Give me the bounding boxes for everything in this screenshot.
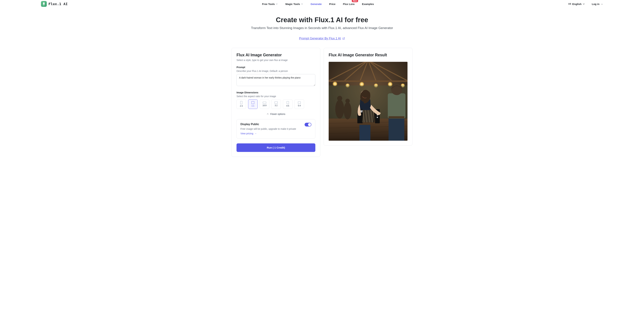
dimensions-label: Image Dimensions	[236, 91, 315, 94]
generator-hint: Select a style, type to get your own flu…	[236, 59, 315, 62]
prompt-generator-label: Prompt Generator By Flux.1 AI	[299, 37, 341, 40]
topbar: Flux.1 AI Free Tools Magic Tools Generat…	[0, 0, 644, 11]
nav-generate[interactable]: Generate	[310, 2, 322, 6]
run-button[interactable]: Run ( 1 Credit)	[236, 144, 315, 152]
nav-free-tools[interactable]: Free Tools	[262, 2, 278, 6]
language-prefix: US	[568, 3, 571, 5]
prompt-section: Prompt Describe your Flux.1 AI image, De…	[236, 66, 315, 87]
ratio-label: 5:4	[298, 104, 301, 107]
svg-point-20	[335, 100, 344, 119]
ratio-shape-icon	[287, 101, 289, 104]
svg-rect-28	[388, 116, 404, 118]
login-button[interactable]: Log in →	[592, 2, 603, 6]
page-subtitle: Transform Text into Stunning Images in S…	[232, 26, 412, 30]
nav-free-tools-label: Free Tools	[262, 2, 275, 6]
language-label: English	[572, 2, 582, 6]
svg-point-49	[377, 117, 378, 118]
display-public-desc: Free Usage will be public, upgrade to ma…	[240, 128, 312, 130]
login-label: Log in	[592, 2, 600, 6]
aspect-ratio-3-2[interactable]: 3:2	[271, 99, 281, 109]
ratio-label: 16:9	[262, 104, 266, 107]
result-panel: Flux AI Image Generator Result	[324, 48, 412, 146]
brand-name: Flux.1 AI	[48, 2, 68, 6]
dimensions-section: Image Dimensions Select the aspect ratio…	[236, 91, 315, 109]
chevron-down-icon	[301, 3, 303, 5]
arrow-right-icon: →	[600, 2, 603, 6]
generator-title: Flux AI Image Generator	[236, 53, 315, 57]
ratio-label: 4:5	[286, 105, 289, 107]
panels: Flux AI Image Generator Select a style, …	[0, 44, 644, 161]
display-public-title: Display Public	[240, 123, 312, 126]
page-title: Create with Flux.1 AI for free	[232, 16, 412, 24]
brand[interactable]: Flux.1 AI	[41, 1, 68, 7]
external-link-icon	[342, 37, 345, 40]
svg-point-21	[337, 96, 342, 101]
ratio-shape-icon	[252, 101, 254, 104]
ratio-label: 1:1	[252, 105, 254, 107]
chevron-down-icon	[582, 3, 585, 5]
prompt-label: Prompt	[236, 66, 315, 68]
svg-point-23	[346, 99, 350, 103]
prompt-sublabel: Describe your Flux.1 AI image, Default: …	[236, 70, 315, 72]
nav-magic-tools-label: Magic Tools	[285, 2, 300, 6]
arrow-right-icon: →	[254, 132, 257, 135]
hero: Create with Flux.1 AI for free Transform…	[228, 16, 416, 40]
nav-flux-lora-label: Flux Lora	[343, 2, 354, 6]
result-image	[329, 62, 408, 141]
language-selector[interactable]: US English	[568, 2, 585, 6]
result-title: Flux AI Image Generator Result	[329, 53, 408, 57]
generator-panel: Flux AI Image Generator Select a style, …	[232, 48, 320, 157]
dimensions-sublabel: Select the aspect ratio for your image	[236, 95, 315, 98]
aspect-ratio-16-9[interactable]: 16:9	[260, 99, 269, 109]
aspect-ratio-4-5[interactable]: 4:5	[283, 99, 292, 109]
ratio-shape-icon	[240, 101, 242, 104]
main-nav: Free Tools Magic Tools Generate Price Fl…	[262, 2, 374, 6]
ratio-shape-icon	[263, 102, 266, 104]
aspect-ratio-2-3[interactable]: 2:3	[236, 99, 246, 109]
aspect-ratio-5-4[interactable]: 5:4	[294, 99, 304, 109]
badge-new: New	[352, 0, 358, 2]
svg-point-29	[391, 84, 402, 95]
nav-magic-tools[interactable]: Magic Tools	[285, 2, 303, 6]
display-public-toggle[interactable]	[304, 123, 312, 126]
svg-point-22	[344, 102, 351, 120]
logo-icon	[41, 1, 47, 7]
nav-flux-lora[interactable]: Flux Lora New	[343, 2, 354, 6]
prompt-generator-link[interactable]: Prompt Generator By Flux.1 AI	[299, 37, 345, 40]
aspect-ratio-group: 2:31:116:93:24:55:4	[236, 99, 315, 109]
svg-rect-27	[388, 94, 406, 119]
right-nav: US English Log in →	[568, 2, 603, 6]
fewer-options-toggle[interactable]: Fewer options	[236, 113, 315, 116]
nav-price[interactable]: Price	[329, 2, 336, 6]
svg-rect-30	[359, 125, 370, 141]
view-pricing-link[interactable]: View pricing →	[240, 132, 257, 135]
chevron-up-icon	[266, 113, 269, 115]
svg-rect-26	[388, 117, 404, 141]
toggle-knob	[308, 123, 311, 126]
svg-rect-37	[361, 110, 362, 112]
view-pricing-label: View pricing	[240, 132, 253, 135]
nav-examples[interactable]: Examples	[362, 2, 374, 6]
ratio-shape-icon	[298, 102, 301, 104]
aspect-ratio-1-1[interactable]: 1:1	[248, 99, 258, 109]
fewer-options-label: Fewer options	[270, 113, 285, 116]
display-public-card: Display Public Free Usage will be public…	[236, 119, 315, 138]
svg-rect-7	[329, 80, 408, 82]
ratio-label: 3:2	[275, 104, 278, 107]
ratio-label: 2:3	[240, 105, 243, 107]
chevron-down-icon	[276, 3, 278, 5]
ratio-shape-icon	[274, 102, 278, 104]
prompt-input[interactable]	[236, 74, 315, 86]
